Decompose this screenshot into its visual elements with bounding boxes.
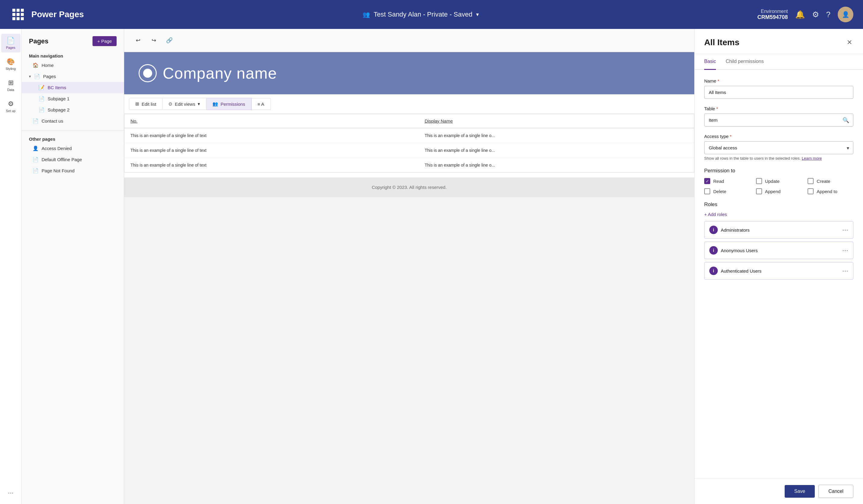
sidebar-item-styling[interactable]: 🎨 Styling <box>1 55 21 74</box>
nav-item-subpage1[interactable]: 📄 Subpage 1 <box>22 93 124 104</box>
checkbox-append[interactable]: Append <box>756 188 802 194</box>
page-toolbar: ↩ ↪ 🔗 <box>124 29 694 52</box>
tab-basic[interactable]: Basic <box>704 54 716 70</box>
nav-item-default-offline[interactable]: 📄 Default Offline Page <box>22 154 124 165</box>
page-icon: 📄 <box>33 168 39 174</box>
roles-list: i Administrators ⋯ i Anonymous Users ⋯ i… <box>704 221 853 280</box>
chevron-down-icon: ▾ <box>198 101 200 106</box>
checkbox-create[interactable]: Create <box>808 178 853 184</box>
checkbox-delete[interactable]: Delete <box>704 188 750 194</box>
edit-views-button[interactable]: ⊙ Edit views ▾ <box>162 98 207 110</box>
chevron-down-icon: ▾ <box>476 11 479 18</box>
name-input[interactable] <box>704 86 853 99</box>
edit-list-button[interactable]: ⊞ Edit list <box>129 98 162 110</box>
undo-button[interactable]: ↩ <box>132 34 145 47</box>
checkbox-box-create[interactable] <box>808 178 814 184</box>
special-page-icon: 👤 <box>33 146 39 151</box>
checkbox-box-read[interactable]: ✓ <box>704 178 710 184</box>
role-item-anonymous-users: i Anonymous Users ⋯ <box>704 242 853 259</box>
panel-title: All Items <box>704 38 739 47</box>
checkbox-append-to[interactable]: Append to <box>808 188 853 194</box>
pages-sidebar-header: Pages + Page <box>22 29 124 51</box>
nav-item-label: Subpage 2 <box>48 107 70 112</box>
user-avatar[interactable]: 👤 <box>838 7 853 22</box>
access-type-select[interactable]: Global access Self Account Parental <box>704 141 853 154</box>
nav-item-access-denied[interactable]: 👤 Access Denied <box>22 143 124 154</box>
role-more-button-anonymous-users[interactable]: ⋯ <box>842 247 848 254</box>
role-more-button-administrators[interactable]: ⋯ <box>842 226 848 234</box>
nav-item-label: BC Items <box>48 85 66 90</box>
required-indicator: * <box>717 78 719 84</box>
redo-button[interactable]: ↪ <box>147 34 160 47</box>
website-canvas: Company name ⊞ Edit list ⊙ Edit views ▾ … <box>124 52 694 197</box>
checkbox-box-delete[interactable] <box>704 188 710 194</box>
nav-item-label: Contact us <box>41 118 63 124</box>
add-roles-button[interactable]: + Add roles <box>704 212 727 217</box>
pages-sidebar-title: Pages <box>29 37 49 45</box>
access-type-field-group: Access type * Global access Self Account… <box>704 134 853 161</box>
checkbox-box-append-to[interactable] <box>808 188 814 194</box>
nav-item-contact-us[interactable]: 📄 Contact us <box>22 115 124 127</box>
checkbox-box-update[interactable] <box>756 178 762 184</box>
table-input[interactable] <box>704 114 853 127</box>
panel-close-button[interactable]: ✕ <box>846 37 853 48</box>
more-options-icon[interactable]: ··· <box>8 489 13 497</box>
nav-item-pages-folder[interactable]: ▾ 📄 Pages <box>22 71 124 82</box>
col-no[interactable]: No. <box>124 114 418 128</box>
main-layout: 📄 Pages 🎨 Styling ⊞ Data ⚙ Set up ··· Pa… <box>0 29 863 504</box>
checkbox-update[interactable]: Update <box>756 178 802 184</box>
page-icon: 📄 <box>39 107 45 113</box>
role-name-authenticated-users: Authenticated Users <box>721 268 761 274</box>
page-icon: 📄 <box>33 157 39 162</box>
tab-child-permissions[interactable]: Child permissions <box>726 54 764 70</box>
panel-header: All Items ✕ <box>695 29 863 54</box>
col-display-name[interactable]: Display Name <box>418 114 694 128</box>
table-row: This is an example of a single line of t… <box>124 143 694 158</box>
learn-more-link[interactable]: Learn more <box>802 156 822 161</box>
panel-tabs: Basic Child permissions <box>695 54 863 70</box>
help-icon[interactable]: ? <box>826 10 830 19</box>
role-item-administrators: i Administrators ⋯ <box>704 221 853 239</box>
permissions-button[interactable]: 👥 Permissions <box>207 98 252 110</box>
save-button[interactable]: Save <box>785 485 815 498</box>
setup-icon: ⚙ <box>8 100 14 108</box>
sidebar-item-pages[interactable]: 📄 Pages <box>1 34 21 52</box>
settings-icon[interactable]: ⚙ <box>812 10 819 19</box>
nav-item-label: Subpage 1 <box>48 96 70 101</box>
link-button[interactable]: 🔗 <box>163 34 176 47</box>
nav-item-page-not-found[interactable]: 📄 Page Not Found <box>22 165 124 176</box>
sidebar-item-data[interactable]: ⊞ Data <box>1 76 21 94</box>
environment-info: Environment CRM594708 <box>757 9 788 21</box>
waffle-menu[interactable] <box>10 6 26 23</box>
role-left: i Anonymous Users <box>709 246 758 254</box>
checkbox-box-append[interactable] <box>756 188 762 194</box>
checkbox-read[interactable]: ✓ Read <box>704 178 750 184</box>
more-toolbar-button[interactable]: ≡ A <box>252 98 271 110</box>
sidebar-item-setup[interactable]: ⚙ Set up <box>1 97 21 116</box>
nav-item-subpage2[interactable]: 📄 Subpage 2 <box>22 104 124 115</box>
role-more-button-authenticated-users[interactable]: ⋯ <box>842 267 848 275</box>
site-footer: Copyright © 2023. All rights reserved. <box>124 177 694 197</box>
nav-item-label: Page Not Found <box>41 168 74 173</box>
nav-item-bc-items[interactable]: 📝 BC Items ··· <box>22 82 124 93</box>
cancel-button[interactable]: Cancel <box>818 485 853 498</box>
roles-label: Roles <box>704 202 853 207</box>
checkbox-label-append: Append <box>765 189 781 194</box>
roles-section: Roles + Add roles i Administrators ⋯ i A… <box>704 202 853 282</box>
notifications-icon[interactable]: 🔔 <box>795 10 805 19</box>
add-page-button[interactable]: + Page <box>92 36 117 46</box>
table-label: Table * <box>704 106 853 111</box>
name-label: Name * <box>704 78 853 84</box>
site-info[interactable]: 👥 Test Sandy Alan - Private - Saved ▾ <box>363 11 479 18</box>
role-info-icon: i <box>709 246 718 254</box>
checkbox-label-read: Read <box>713 179 724 184</box>
icon-sidebar: 📄 Pages 🎨 Styling ⊞ Data ⚙ Set up ··· <box>0 29 22 504</box>
waffle-icon <box>12 9 24 20</box>
site-title: Test Sandy Alan - Private - Saved <box>374 11 473 18</box>
nav-item-home[interactable]: 🏠 Home <box>22 60 124 71</box>
cell-display: This is an example of a single line o... <box>418 143 694 158</box>
checkbox-label-append-to: Append to <box>816 189 837 194</box>
folder-icon: 📄 <box>34 74 40 79</box>
nav-item-label: Access Denied <box>41 146 72 151</box>
footer-text: Copyright © 2023. All rights reserved. <box>372 185 447 190</box>
